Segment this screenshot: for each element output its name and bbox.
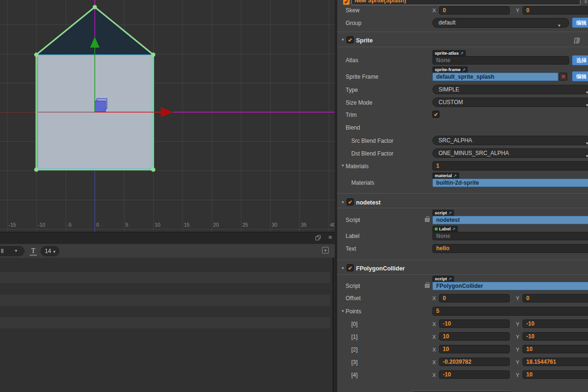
group-edit-button[interactable]: 编辑 [572, 17, 588, 28]
nodetest-collapse-icon[interactable]: ▼ [341, 200, 345, 204]
point-x-input[interactable]: -0.2039782 [439, 358, 510, 366]
gizmo-xy-handle[interactable] [95, 101, 106, 112]
offset-y-input[interactable]: 0 [522, 294, 588, 302]
sprite-collapse-icon[interactable]: ▼ [341, 38, 345, 42]
ruler-tick-label: 40 [330, 222, 335, 228]
dst-blend-value: ONE_MINUS_SRC_ALPHA [439, 150, 509, 156]
list-item[interactable] [0, 294, 330, 306]
atlas-type-tag[interactable]: sprite-atlas↗ [432, 50, 466, 57]
point-x-input[interactable]: -10 [439, 319, 510, 328]
sprite-frame-edit-button[interactable]: 编辑 [572, 71, 588, 82]
lock-icon [425, 284, 430, 288]
text-input[interactable]: hello [432, 244, 588, 253]
point-index: [0] [351, 321, 357, 327]
skew-label: Skew [346, 7, 359, 14]
gizmo-x-arrowhead[interactable] [161, 107, 173, 117]
collider-vertex-handle[interactable] [151, 168, 156, 172]
point-y-input[interactable]: -10 [522, 319, 588, 328]
point-y-input[interactable]: 10 [522, 370, 588, 379]
collider-vertex-handle[interactable] [93, 5, 97, 9]
font-dropdown-fragment: ll [1, 248, 3, 254]
console-scrollbar[interactable] [332, 258, 334, 392]
collider-vertex-handle[interactable] [34, 168, 39, 172]
size-mode-dropdown[interactable]: CUSTOM ▼ [432, 98, 588, 107]
point-x-label: X [432, 321, 436, 327]
font-size-dropdown[interactable]: 14▼ [41, 246, 59, 256]
point-x-input[interactable]: 10 [439, 332, 510, 341]
point-x-input[interactable]: 10 [439, 345, 510, 353]
ruler-tick-label: 30 [272, 222, 277, 228]
points-count-field[interactable]: 5 [432, 307, 588, 316]
ruler-tick-label: 0 [96, 222, 99, 228]
point-index: [3] [351, 359, 357, 366]
text-format-icon[interactable]: T [30, 247, 37, 255]
external-link-icon[interactable]: ↗ [460, 51, 464, 56]
sprite-enabled-checkbox[interactable]: ✔ [347, 36, 354, 43]
inspector-menu-icon[interactable]: ≡ [584, 0, 587, 4]
sprite-frame-field[interactable]: default_sprite_splash [432, 73, 558, 81]
material-type-tag[interactable]: material↗ [432, 172, 459, 179]
script-type-tag[interactable]: script↗ [432, 276, 454, 282]
sprite-frame-type-tag[interactable]: sprite-frame↗ [432, 66, 468, 73]
group-value: default [439, 19, 455, 26]
collider-vertex-handle[interactable] [34, 53, 39, 57]
point-x-input[interactable]: -10 [439, 370, 510, 379]
collider-vertex-handle[interactable] [151, 53, 156, 57]
menu-icon[interactable]: ≡ [328, 234, 332, 241]
atlas-tag-text: sprite-atlas [435, 50, 459, 56]
sprite-frame-clear-button[interactable]: ✖ [559, 73, 567, 81]
materials-label: Materials [346, 163, 369, 170]
src-blend-dropdown[interactable]: SRC_ALPHA ▼ [432, 136, 588, 145]
points-collapse-icon[interactable]: ▼ [341, 309, 345, 313]
point-y-label: Y [516, 321, 519, 327]
materials-collapse-icon[interactable]: ▼ [341, 163, 345, 168]
offset-x-input[interactable]: 0 [439, 294, 510, 302]
list-item[interactable] [0, 272, 330, 283]
skew-x-input[interactable]: 0 [439, 6, 510, 15]
skew-y-input[interactable]: 0 [522, 6, 588, 15]
point-y-label: Y [516, 372, 519, 378]
scene-bottom-bar: ≡ [0, 232, 335, 244]
dst-blend-dropdown[interactable]: ONE_MINUS_SRC_ALPHA ▼ [432, 148, 588, 158]
point-y-input[interactable]: 18.1544761 [522, 358, 588, 366]
external-link-icon[interactable]: ↗ [452, 227, 455, 231]
overflow-box-icon[interactable]: ▾ [322, 247, 329, 253]
chevron-down-icon: ▼ [585, 152, 588, 161]
component-dot-icon [435, 228, 438, 230]
label-type-tag[interactable]: Label↗ [432, 226, 458, 232]
group-label: Group [346, 20, 361, 26]
script-type-tag[interactable]: script↗ [432, 210, 454, 216]
atlas-select-button[interactable]: 选择 [572, 55, 588, 65]
console-list[interactable] [0, 258, 335, 392]
external-link-icon[interactable]: ↗ [448, 277, 452, 281]
collider-collapse-icon[interactable]: ▼ [341, 266, 345, 270]
group-dropdown[interactable]: default ▼ [432, 18, 569, 28]
ruler-tick-label: 5 [125, 222, 128, 228]
chevron-down-icon: ▼ [557, 21, 561, 30]
material-field[interactable]: builtin-2d-sprite [432, 179, 588, 187]
atlas-field[interactable]: None [432, 56, 569, 65]
point-y-input[interactable]: -10 [522, 332, 588, 341]
ruler-tick-label: 25 [242, 222, 248, 228]
type-dropdown[interactable]: SIMPLE ▼ [432, 85, 588, 94]
list-item[interactable] [0, 317, 330, 328]
materials-count-field[interactable]: 1 [432, 161, 588, 171]
collider-script-field[interactable]: FPolygonCollider [432, 282, 588, 290]
collider-enabled-checkbox[interactable]: ✔ [347, 264, 354, 271]
nodetest-script-field[interactable]: nodetest [432, 216, 588, 224]
help-book-icon[interactable] [574, 38, 580, 43]
copy-icon[interactable] [315, 235, 321, 240]
font-dropdown[interactable]: ll ▼ [0, 246, 25, 256]
atlas-label: Atlas [346, 57, 358, 64]
nodetest-enabled-checkbox[interactable]: ✔ [347, 198, 354, 205]
node-name-input[interactable]: New Sprite(Splash) [351, 0, 580, 5]
trim-checkbox[interactable]: ✔ [432, 111, 439, 118]
external-link-icon[interactable]: ↗ [448, 211, 452, 215]
point-y-input[interactable]: 10 [522, 345, 588, 353]
scene-view[interactable]: -15-10-50510152025303540 [0, 0, 335, 232]
external-link-icon[interactable]: ↗ [453, 173, 456, 178]
point-x-label: X [432, 334, 436, 340]
node-active-checkbox[interactable]: ✔ [343, 0, 350, 5]
external-link-icon[interactable]: ↗ [462, 67, 465, 72]
label-prop-field[interactable]: None [432, 232, 588, 240]
